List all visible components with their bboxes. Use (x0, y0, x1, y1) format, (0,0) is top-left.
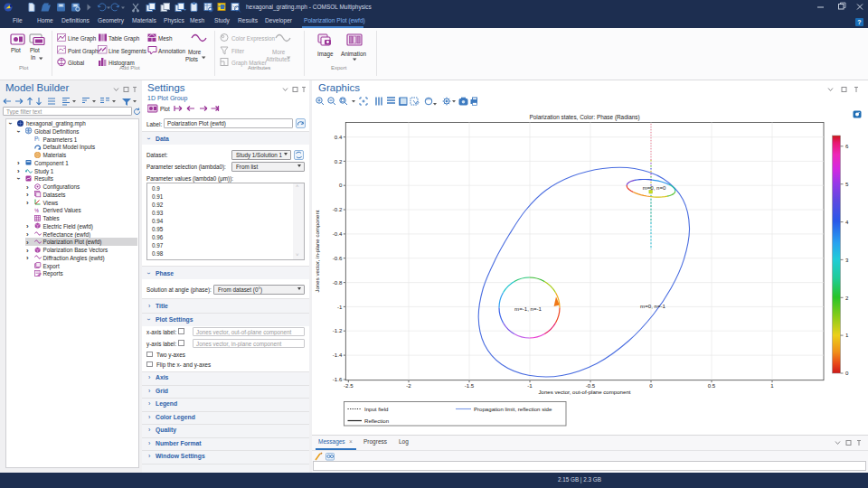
svg-text:0.2: 0.2 (335, 158, 343, 164)
svg-text:-1.6: -1.6 (333, 376, 343, 382)
svg-text:-0.4: -0.4 (333, 230, 343, 237)
svg-text:6: 6 (845, 143, 849, 149)
svg-text:Jones vector, in-plane compone: Jones vector, in-plane component (314, 210, 320, 292)
svg-text:m=0, n=-1: m=0, n=-1 (640, 303, 665, 309)
svg-text:-1: -1 (337, 304, 343, 310)
svg-text:-2: -2 (406, 382, 411, 389)
svg-text:m=-1, n=-1: m=-1, n=-1 (514, 305, 542, 312)
svg-text:-1.5: -1.5 (465, 382, 475, 389)
svg-text:Reflection: Reflection (364, 418, 389, 424)
svg-text:0: 0 (845, 370, 849, 376)
svg-text:5: 5 (845, 181, 849, 187)
svg-text:0.4: 0.4 (335, 134, 343, 140)
svg-text:m=0, n=0: m=0, n=0 (643, 184, 666, 191)
svg-text:-0.8: -0.8 (333, 279, 343, 286)
svg-text:Input field: Input field (364, 406, 388, 412)
svg-text:-2.5: -2.5 (344, 382, 354, 389)
svg-text:½: ½ (34, 208, 39, 213)
svg-text:0: 0 (339, 182, 343, 188)
svg-text:2: 2 (845, 295, 849, 301)
svg-text:Propagation limit, reflection: Propagation limit, reflection side (474, 406, 552, 412)
svg-text:Pi: Pi (34, 136, 39, 142)
svg-text:1: 1 (845, 332, 849, 338)
svg-text:1: 1 (770, 382, 774, 389)
svg-text:4: 4 (845, 219, 849, 225)
svg-text:-0.6: -0.6 (333, 255, 343, 261)
svg-text:Polarization states, Color: Ph: Polarization states, Color: Phase (Radia… (529, 114, 639, 121)
svg-text:-1: -1 (527, 382, 533, 389)
svg-text:0: 0 (649, 382, 653, 389)
svg-text:0.5: 0.5 (708, 382, 716, 389)
svg-text:-1.4: -1.4 (333, 352, 343, 358)
svg-text:Jones vector, out-of-plane com: Jones vector, out-of-plane component (539, 389, 631, 395)
svg-text:-1.2: -1.2 (333, 327, 343, 333)
svg-text:3: 3 (845, 257, 849, 263)
svg-text:-0.2: -0.2 (333, 206, 343, 212)
